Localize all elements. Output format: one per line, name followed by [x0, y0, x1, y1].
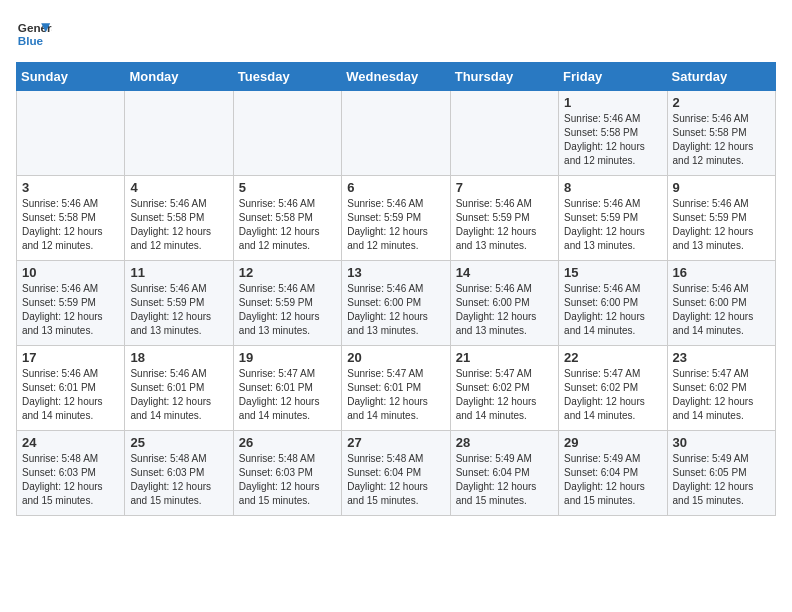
day-cell: 1Sunrise: 5:46 AM Sunset: 5:58 PM Daylig…: [559, 91, 667, 176]
day-number: 25: [130, 435, 227, 450]
day-cell: 25Sunrise: 5:48 AM Sunset: 6:03 PM Dayli…: [125, 431, 233, 516]
day-info: Sunrise: 5:47 AM Sunset: 6:01 PM Dayligh…: [347, 367, 444, 423]
day-header-monday: Monday: [125, 63, 233, 91]
week-row-5: 24Sunrise: 5:48 AM Sunset: 6:03 PM Dayli…: [17, 431, 776, 516]
day-number: 12: [239, 265, 336, 280]
day-number: 7: [456, 180, 553, 195]
day-number: 24: [22, 435, 119, 450]
day-info: Sunrise: 5:46 AM Sunset: 5:58 PM Dayligh…: [22, 197, 119, 253]
day-number: 21: [456, 350, 553, 365]
day-cell: 16Sunrise: 5:46 AM Sunset: 6:00 PM Dayli…: [667, 261, 775, 346]
day-number: 2: [673, 95, 770, 110]
day-info: Sunrise: 5:46 AM Sunset: 5:59 PM Dayligh…: [564, 197, 661, 253]
day-cell: 2Sunrise: 5:46 AM Sunset: 5:58 PM Daylig…: [667, 91, 775, 176]
logo-icon: General Blue: [16, 16, 52, 52]
day-cell: 23Sunrise: 5:47 AM Sunset: 6:02 PM Dayli…: [667, 346, 775, 431]
day-info: Sunrise: 5:48 AM Sunset: 6:04 PM Dayligh…: [347, 452, 444, 508]
day-header-friday: Friday: [559, 63, 667, 91]
day-info: Sunrise: 5:46 AM Sunset: 6:01 PM Dayligh…: [22, 367, 119, 423]
day-cell: 27Sunrise: 5:48 AM Sunset: 6:04 PM Dayli…: [342, 431, 450, 516]
day-info: Sunrise: 5:48 AM Sunset: 6:03 PM Dayligh…: [22, 452, 119, 508]
day-number: 18: [130, 350, 227, 365]
day-number: 5: [239, 180, 336, 195]
day-info: Sunrise: 5:46 AM Sunset: 6:01 PM Dayligh…: [130, 367, 227, 423]
day-cell: 29Sunrise: 5:49 AM Sunset: 6:04 PM Dayli…: [559, 431, 667, 516]
day-info: Sunrise: 5:46 AM Sunset: 6:00 PM Dayligh…: [456, 282, 553, 338]
day-number: 3: [22, 180, 119, 195]
day-number: 15: [564, 265, 661, 280]
day-number: 29: [564, 435, 661, 450]
day-header-tuesday: Tuesday: [233, 63, 341, 91]
week-row-4: 17Sunrise: 5:46 AM Sunset: 6:01 PM Dayli…: [17, 346, 776, 431]
day-number: 19: [239, 350, 336, 365]
day-info: Sunrise: 5:46 AM Sunset: 5:58 PM Dayligh…: [239, 197, 336, 253]
header: General Blue: [16, 16, 776, 52]
day-number: 16: [673, 265, 770, 280]
day-number: 9: [673, 180, 770, 195]
day-cell: [450, 91, 558, 176]
day-cell: 28Sunrise: 5:49 AM Sunset: 6:04 PM Dayli…: [450, 431, 558, 516]
day-info: Sunrise: 5:49 AM Sunset: 6:05 PM Dayligh…: [673, 452, 770, 508]
week-row-3: 10Sunrise: 5:46 AM Sunset: 5:59 PM Dayli…: [17, 261, 776, 346]
day-number: 17: [22, 350, 119, 365]
day-cell: 17Sunrise: 5:46 AM Sunset: 6:01 PM Dayli…: [17, 346, 125, 431]
day-number: 14: [456, 265, 553, 280]
day-info: Sunrise: 5:46 AM Sunset: 6:00 PM Dayligh…: [673, 282, 770, 338]
day-cell: [342, 91, 450, 176]
day-number: 22: [564, 350, 661, 365]
day-cell: [125, 91, 233, 176]
day-number: 11: [130, 265, 227, 280]
day-cell: 12Sunrise: 5:46 AM Sunset: 5:59 PM Dayli…: [233, 261, 341, 346]
day-cell: 18Sunrise: 5:46 AM Sunset: 6:01 PM Dayli…: [125, 346, 233, 431]
day-info: Sunrise: 5:49 AM Sunset: 6:04 PM Dayligh…: [564, 452, 661, 508]
day-cell: [17, 91, 125, 176]
calendar-table: SundayMondayTuesdayWednesdayThursdayFrid…: [16, 62, 776, 516]
day-cell: 4Sunrise: 5:46 AM Sunset: 5:58 PM Daylig…: [125, 176, 233, 261]
day-info: Sunrise: 5:46 AM Sunset: 5:59 PM Dayligh…: [673, 197, 770, 253]
day-info: Sunrise: 5:47 AM Sunset: 6:02 PM Dayligh…: [456, 367, 553, 423]
day-cell: 15Sunrise: 5:46 AM Sunset: 6:00 PM Dayli…: [559, 261, 667, 346]
day-info: Sunrise: 5:46 AM Sunset: 5:59 PM Dayligh…: [239, 282, 336, 338]
day-info: Sunrise: 5:46 AM Sunset: 5:59 PM Dayligh…: [456, 197, 553, 253]
day-cell: 14Sunrise: 5:46 AM Sunset: 6:00 PM Dayli…: [450, 261, 558, 346]
day-cell: 7Sunrise: 5:46 AM Sunset: 5:59 PM Daylig…: [450, 176, 558, 261]
day-number: 30: [673, 435, 770, 450]
day-info: Sunrise: 5:46 AM Sunset: 6:00 PM Dayligh…: [347, 282, 444, 338]
day-number: 23: [673, 350, 770, 365]
day-info: Sunrise: 5:47 AM Sunset: 6:01 PM Dayligh…: [239, 367, 336, 423]
day-number: 6: [347, 180, 444, 195]
week-row-2: 3Sunrise: 5:46 AM Sunset: 5:58 PM Daylig…: [17, 176, 776, 261]
day-number: 1: [564, 95, 661, 110]
day-info: Sunrise: 5:47 AM Sunset: 6:02 PM Dayligh…: [673, 367, 770, 423]
day-info: Sunrise: 5:46 AM Sunset: 5:59 PM Dayligh…: [347, 197, 444, 253]
day-header-wednesday: Wednesday: [342, 63, 450, 91]
day-cell: 8Sunrise: 5:46 AM Sunset: 5:59 PM Daylig…: [559, 176, 667, 261]
day-info: Sunrise: 5:46 AM Sunset: 5:59 PM Dayligh…: [130, 282, 227, 338]
day-number: 28: [456, 435, 553, 450]
day-number: 10: [22, 265, 119, 280]
day-info: Sunrise: 5:48 AM Sunset: 6:03 PM Dayligh…: [239, 452, 336, 508]
day-info: Sunrise: 5:46 AM Sunset: 6:00 PM Dayligh…: [564, 282, 661, 338]
svg-text:Blue: Blue: [18, 34, 44, 47]
day-number: 4: [130, 180, 227, 195]
day-cell: 3Sunrise: 5:46 AM Sunset: 5:58 PM Daylig…: [17, 176, 125, 261]
day-cell: 20Sunrise: 5:47 AM Sunset: 6:01 PM Dayli…: [342, 346, 450, 431]
day-cell: 21Sunrise: 5:47 AM Sunset: 6:02 PM Dayli…: [450, 346, 558, 431]
day-number: 8: [564, 180, 661, 195]
header-row: SundayMondayTuesdayWednesdayThursdayFrid…: [17, 63, 776, 91]
day-header-thursday: Thursday: [450, 63, 558, 91]
day-cell: 6Sunrise: 5:46 AM Sunset: 5:59 PM Daylig…: [342, 176, 450, 261]
day-header-saturday: Saturday: [667, 63, 775, 91]
day-info: Sunrise: 5:46 AM Sunset: 5:58 PM Dayligh…: [564, 112, 661, 168]
day-number: 13: [347, 265, 444, 280]
day-info: Sunrise: 5:47 AM Sunset: 6:02 PM Dayligh…: [564, 367, 661, 423]
day-number: 20: [347, 350, 444, 365]
day-info: Sunrise: 5:46 AM Sunset: 5:58 PM Dayligh…: [130, 197, 227, 253]
day-cell: 24Sunrise: 5:48 AM Sunset: 6:03 PM Dayli…: [17, 431, 125, 516]
day-info: Sunrise: 5:46 AM Sunset: 5:58 PM Dayligh…: [673, 112, 770, 168]
day-cell: 11Sunrise: 5:46 AM Sunset: 5:59 PM Dayli…: [125, 261, 233, 346]
day-number: 27: [347, 435, 444, 450]
day-cell: 5Sunrise: 5:46 AM Sunset: 5:58 PM Daylig…: [233, 176, 341, 261]
week-row-1: 1Sunrise: 5:46 AM Sunset: 5:58 PM Daylig…: [17, 91, 776, 176]
logo: General Blue: [16, 16, 52, 52]
